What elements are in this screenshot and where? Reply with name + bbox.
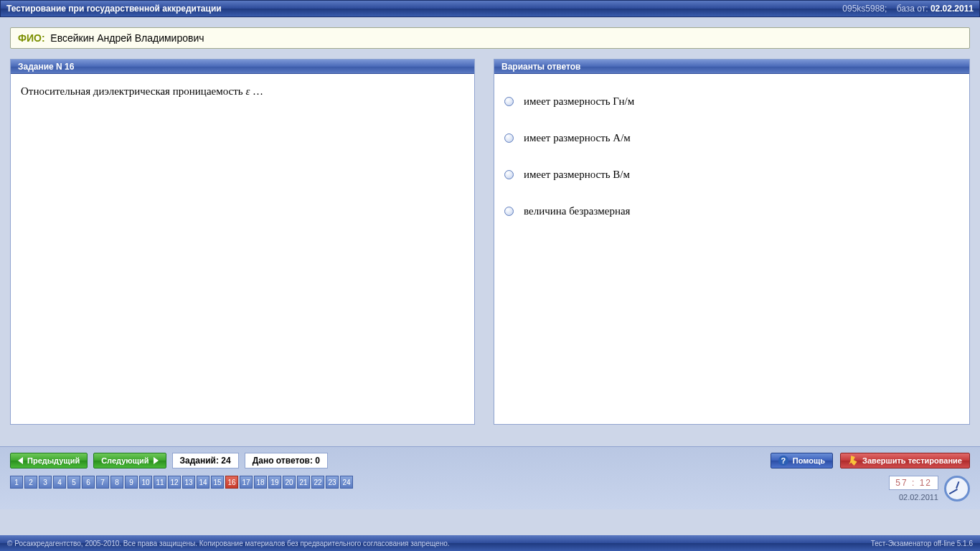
- bottom-bar: Предыдущий Следующий Заданий: 24 Дано от…: [0, 446, 980, 509]
- answer-text: имеет размерность В/м: [524, 169, 630, 181]
- next-button[interactable]: Следующий: [93, 453, 166, 468]
- nav-question-17[interactable]: 17: [240, 476, 253, 489]
- nav-question-20[interactable]: 20: [283, 476, 296, 489]
- answered-box: Дано ответов: 0: [245, 453, 328, 468]
- runner-icon: [848, 456, 858, 466]
- nav-question-4[interactable]: 4: [53, 476, 66, 489]
- nav-question-7[interactable]: 7: [96, 476, 109, 489]
- nav-question-21[interactable]: 21: [297, 476, 310, 489]
- fio-value: Евсейкин Андрей Владимирович: [50, 32, 204, 44]
- answer-text: имеет размерность Гн/м: [524, 95, 634, 108]
- nav-question-15[interactable]: 15: [211, 476, 224, 489]
- app-version: Тест-Экзаменатор off-line 5.1.6: [871, 540, 973, 547]
- answer-text: величина безразмерная: [524, 205, 630, 217]
- nav-question-11[interactable]: 11: [154, 476, 166, 489]
- answers-panel: Варианты ответов имеет размерность Гн/ми…: [494, 59, 970, 425]
- nav-question-19[interactable]: 19: [268, 476, 281, 489]
- time-remaining: 57 : 12: [889, 476, 938, 490]
- nav-question-2[interactable]: 2: [24, 476, 37, 489]
- total-tasks-box: Заданий: 24: [172, 453, 239, 468]
- nav-question-3[interactable]: 3: [39, 476, 52, 489]
- footer-bar: © Росаккредагентство, 2005-2010. Все пра…: [0, 535, 980, 551]
- session-info: 095ks5988; база от: 02.02.2011: [842, 4, 974, 14]
- nav-question-24[interactable]: 24: [340, 476, 353, 489]
- nav-question-8[interactable]: 8: [110, 476, 123, 489]
- app-title: Тестирование при государственной аккреди…: [6, 4, 222, 14]
- arrow-right-icon: [154, 457, 159, 464]
- nav-question-10[interactable]: 10: [139, 476, 152, 489]
- nav-question-16[interactable]: 16: [225, 476, 238, 489]
- prev-button[interactable]: Предыдущий: [10, 453, 88, 468]
- answer-option-3[interactable]: имеет размерность В/м: [504, 169, 959, 181]
- answer-option-2[interactable]: имеет размерность А/м: [504, 132, 959, 144]
- question-panel: Задание N 16 Относительная диэлектрическ…: [10, 59, 475, 425]
- help-button[interactable]: ? Помощь: [771, 453, 833, 468]
- radio-icon: [504, 170, 514, 179]
- nav-question-23[interactable]: 23: [326, 476, 339, 489]
- nav-question-22[interactable]: 22: [311, 476, 324, 489]
- question-text: Относительная диэлектрическая проницаемо…: [21, 84, 464, 99]
- nav-question-5[interactable]: 5: [67, 476, 80, 489]
- nav-question-9[interactable]: 9: [125, 476, 138, 489]
- title-bar: Тестирование при государственной аккреди…: [0, 0, 980, 17]
- help-icon: ?: [778, 456, 788, 466]
- radio-icon: [504, 207, 514, 216]
- question-nav: 123456789101112131415161718192021222324: [10, 476, 970, 489]
- nav-question-6[interactable]: 6: [82, 476, 95, 489]
- arrow-left-icon: [18, 457, 23, 464]
- radio-icon: [504, 97, 514, 106]
- answer-option-4[interactable]: величина безразмерная: [504, 205, 959, 217]
- nav-question-18[interactable]: 18: [254, 476, 267, 489]
- clock-area: 57 : 12 02.02.2011: [889, 476, 970, 501]
- fio-box: ФИО: Евсейкин Андрей Владимирович: [10, 27, 970, 49]
- radio-icon: [504, 133, 514, 143]
- answers-header: Варианты ответов: [494, 60, 969, 74]
- answer-option-1[interactable]: имеет размерность Гн/м: [504, 95, 959, 108]
- finish-button[interactable]: Завершить тестирование: [840, 453, 970, 468]
- nav-question-13[interactable]: 13: [182, 476, 195, 489]
- clock-icon: [944, 476, 970, 501]
- question-header: Задание N 16: [11, 60, 474, 74]
- nav-question-12[interactable]: 12: [168, 476, 181, 489]
- answer-text: имеет размерность А/м: [524, 132, 631, 144]
- nav-question-1[interactable]: 1: [10, 476, 23, 489]
- nav-question-14[interactable]: 14: [197, 476, 209, 489]
- current-date: 02.02.2011: [899, 493, 938, 501]
- copyright-text: © Росаккредагентство, 2005-2010. Все пра…: [7, 540, 450, 547]
- fio-label: ФИО:: [18, 32, 45, 44]
